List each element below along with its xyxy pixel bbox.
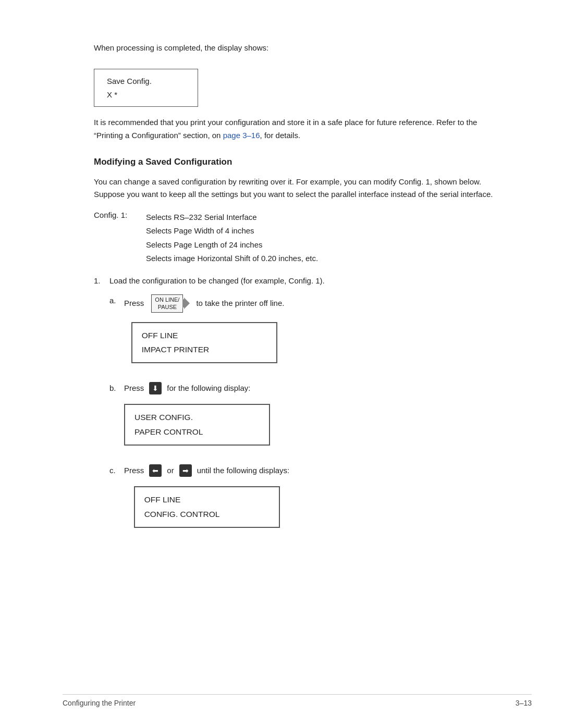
page-link[interactable]: page 3–16 (223, 131, 260, 140)
display-user-config-line2: PAPER CONTROL (134, 425, 260, 439)
display-offline: OFF LINE IMPACT PRINTER (131, 322, 277, 364)
display-offline-line1: OFF LINE (142, 328, 267, 343)
config-item-4: Selects image Horizontal Shift of 0.20 i… (146, 252, 318, 265)
section-heading: Modifying a Saved Configuration (94, 157, 500, 167)
display-user-config: USER CONFIG. PAPER CONTROL (124, 404, 270, 446)
sub-list: a. Press ON LINE/ PAUSE to take the prin… (109, 294, 500, 537)
step-a-press-label: Press (124, 297, 144, 310)
display-offline-config-line1: OFF LINE (144, 492, 270, 507)
step-b-press-label: Press (124, 382, 144, 394)
step-1-content: Load the configuration to be changed (fo… (109, 275, 325, 287)
footer: Configuring the Printer 3–13 (63, 694, 532, 707)
right-arrow-button[interactable]: ➡ (179, 464, 192, 477)
display-offline-config-line2: CONFIG. CONTROL (144, 507, 270, 522)
save-config-display: Save Config. X * (94, 69, 198, 107)
footer-left: Configuring the Printer (63, 699, 136, 707)
config-list: Config. 1: Selects RS–232 Serial Interfa… (94, 211, 500, 265)
footer-right: 3–13 (516, 699, 532, 707)
step-b-press-row: Press ⬇ for the following display: (124, 382, 270, 394)
recommend-part2: , for details. (260, 131, 301, 140)
display-offline-line2: IMPACT PRINTER (142, 342, 267, 357)
config-items: Selects RS–232 Serial Interface Selects … (146, 211, 318, 265)
step-b-suffix: for the following display: (167, 382, 250, 394)
step-c-press-label: Press (124, 464, 144, 477)
left-arrow-button[interactable]: ⬅ (149, 464, 162, 477)
step-c: c. Press ⬅ or ➡ until the following disp… (109, 464, 500, 537)
step-c-suffix: until the following displays: (197, 464, 290, 477)
step-1: 1. Load the configuration to be changed … (94, 275, 500, 287)
step-1-num: 1. (94, 275, 109, 287)
step-a-press-row: Press ON LINE/ PAUSE to take the printer… (124, 294, 284, 313)
online-pause-button[interactable]: ON LINE/ PAUSE (151, 294, 183, 313)
config-item-1: Selects RS–232 Serial Interface (146, 211, 318, 224)
config-item-2: Selects Page Width of 4 inches (146, 224, 318, 238)
section-body: You can change a saved configuration by … (94, 176, 500, 202)
display-user-config-line1: USER CONFIG. (134, 410, 260, 425)
display-offline-config: OFF LINE CONFIG. CONTROL (134, 486, 280, 528)
step-b-letter: b. (109, 382, 124, 394)
step-a-letter: a. (109, 294, 124, 307)
config-label: Config. 1: (94, 211, 146, 265)
config-item-3: Selects Page Length of 24 inches (146, 238, 318, 252)
save-config-line1: Save Config. (107, 75, 185, 88)
online-pause-line2: PAUSE (158, 303, 177, 311)
save-config-line2: X * (107, 88, 185, 102)
online-pause-button-wrapper: ON LINE/ PAUSE (150, 294, 190, 313)
online-pause-line1: ON LINE/ (155, 296, 179, 303)
step-b: b. Press ⬇ for the following display: US… (109, 382, 500, 455)
recommend-text: It is recommended that you print your co… (94, 116, 500, 142)
down-arrow-button[interactable]: ⬇ (149, 382, 162, 394)
step-a-suffix: to take the printer off line. (196, 297, 284, 310)
step-c-or: or (167, 464, 174, 477)
step-a: a. Press ON LINE/ PAUSE to take the prin… (109, 294, 500, 373)
step-a-content: Press ON LINE/ PAUSE to take the printer… (124, 294, 284, 373)
intro-text: When processing is completed, the displa… (94, 42, 500, 54)
step-c-content: Press ⬅ or ➡ until the following display… (124, 464, 289, 537)
step-c-letter: c. (109, 464, 124, 477)
numbered-list: 1. Load the configuration to be changed … (94, 275, 500, 537)
step-b-content: Press ⬇ for the following display: USER … (124, 382, 270, 455)
step-c-press-row: Press ⬅ or ➡ until the following display… (124, 464, 289, 477)
page-content: When processing is completed, the displa… (0, 0, 563, 728)
